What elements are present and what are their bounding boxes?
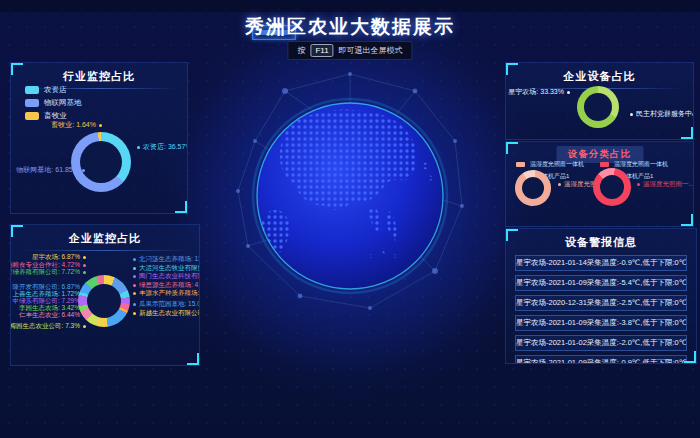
chart-label: 物联网基地: 61.85% xyxy=(16,166,85,174)
legend-swatch xyxy=(25,99,39,107)
chart-label: 新越生态农业有限公司: 6.87% xyxy=(133,309,200,317)
panel-title: 企业设备占比 xyxy=(506,63,693,84)
legend-item[interactable]: 温湿度光照雨一体机 xyxy=(516,160,584,169)
chart-label: 民主村党群服务中心: xyxy=(630,110,694,118)
legend-item[interactable]: 农资店 xyxy=(25,85,82,95)
tip-suffix: 即可退出全屏模式 xyxy=(339,45,403,56)
chart-label: 星宇农场: 6.87% xyxy=(32,253,86,261)
panel-title: 企业监控占比 xyxy=(11,225,199,246)
legend-swatch xyxy=(25,112,39,120)
chart-label: 瓜果示范园基地: 15.02% xyxy=(133,300,200,308)
tip-prefix: 按 xyxy=(297,45,305,56)
legend-item[interactable]: 畜牧业 xyxy=(25,111,82,121)
chart-label: 仁丰生态农业: 6.44% xyxy=(19,311,86,319)
industry-donut-chart[interactable] xyxy=(71,132,131,192)
alarm-row: 星宇农场-2021-01-09采集温度:-3.8℃,低于下限:0℃ xyxy=(515,315,687,331)
alarm-row: 星宇农场-2021-01-09采集温度:-0.9℃,低于下限:0℃ xyxy=(515,355,687,364)
chart-label: 绿思源生态养殖场: 4.29% xyxy=(133,281,200,289)
legend-swatch xyxy=(600,162,609,167)
chart-label: 温湿度光照雨一… xyxy=(637,180,694,188)
alarm-row: 星宇农场-2021-01-14采集温度:-0.9℃,低于下限:0℃ xyxy=(515,255,687,271)
panel-device-ratio: 企业设备占比 星宇农场: 33.33% 民主村党群服务中心: xyxy=(505,62,694,140)
chart-label: 北汈荡生态养殖场: 11.36% xyxy=(133,255,200,263)
chart-label: 星宇农场: 33.33% xyxy=(508,88,570,96)
alarm-row: 星宇农场-2021-01-09采集温度:-5.4℃,低于下限:0℃ xyxy=(515,275,687,291)
chart-label: 丰源水产种质养殖场: 1. xyxy=(133,289,200,297)
chart-label: 家绿养殖有限公司: 7.72% xyxy=(10,268,86,276)
alarm-row: 星宇农场-2020-12-31采集温度:-2.5℃,低于下限:0℃ xyxy=(515,295,687,311)
panel-title: 设备警报信息 xyxy=(506,229,696,250)
device-donut-chart[interactable] xyxy=(577,86,619,128)
top-decoration-bar xyxy=(0,0,700,12)
f11-key-badge: F11 xyxy=(310,44,333,57)
panel-device-alarms: 设备警报信息 星宇农场-2021-01-14采集温度:-0.9℃,低于下限:0℃… xyxy=(505,228,697,364)
industry-legend: 农资店 物联网基地 畜牧业 xyxy=(25,85,82,124)
legend-item[interactable]: 物联网基地 xyxy=(25,98,82,108)
globe-visualization xyxy=(200,46,500,346)
chart-label: 陶门生态农业科技有限公 xyxy=(133,272,200,280)
fullscreen-tip: 按 F11 即可退出全屏模式 xyxy=(287,41,412,60)
panel-device-classify: 设备分类占比 温湿度光照雨一体机 一体机产品1 温湿度光照雨一… 温湿度光照雨一… xyxy=(505,141,694,227)
legend-swatch xyxy=(25,86,39,94)
legend-swatch xyxy=(516,162,525,167)
panel-divider xyxy=(21,250,189,251)
alarm-list: 星宇农场-2021-01-14采集温度:-0.9℃,低于下限:0℃ 星宇农场-2… xyxy=(506,255,696,364)
panel-title: 行业监控占比 xyxy=(11,63,187,84)
alarm-row: 星宇农场-2021-01-02采集温度:-2.0℃,低于下限:0℃ xyxy=(515,335,687,351)
page-title: 秀洲区农业大数据展示 xyxy=(0,14,700,40)
chart-label: 畜牧业: 1.64% xyxy=(51,121,102,129)
dashboard: 秀洲区农业大数据展示 按 F11 即可退出全屏模式 行业监控占比 农资店 物联网… xyxy=(0,0,700,438)
panel-enterprise-ratio: 企业监控占比 星宇农场: 6.87% 秀洲粮食专业合作社: 4.72% 家绿养殖… xyxy=(10,224,200,366)
panel-industry-ratio: 行业监控占比 农资店 物联网基地 畜牧业 畜牧业: 1.64% 农资店: 36.… xyxy=(10,62,188,214)
chart-label: 红梅园生态农业公司: 7.3% xyxy=(10,322,86,330)
chart-label: 农资店: 36.57% xyxy=(137,143,188,151)
chart-label: 大运河生态牧业有限责任公 xyxy=(133,264,200,272)
